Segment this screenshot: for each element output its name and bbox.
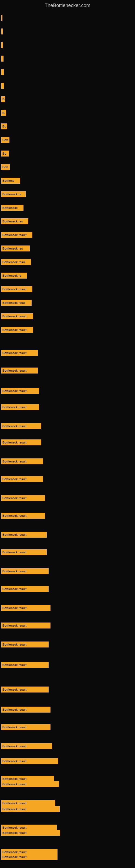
bar-42: Bottleneck result (1, 686, 49, 692)
bar-row-22: Bottleneck result (1, 313, 33, 319)
bar-0 (1, 15, 2, 21)
bar-row-39: Bottleneck result (1, 622, 50, 628)
bar-18: Bottleneck resul (1, 259, 31, 265)
bar-row-17: Bottleneck res (1, 246, 30, 251)
bar-3 (1, 56, 3, 62)
bar-row-5 (1, 83, 4, 89)
bar-13: Bottleneck re (1, 191, 26, 197)
bar-row-25: Bottleneck result (1, 368, 38, 373)
bar-23: Bottleneck result (1, 327, 33, 333)
bar-row-44: Bottleneck result (1, 724, 50, 730)
bar-row-16: Bottleneck result (1, 232, 32, 238)
bar-label-12: Bottlene (2, 179, 14, 182)
bar-row-18: Bottleneck resul (1, 259, 31, 265)
bar-35: Bottleneck result (1, 549, 47, 555)
bar-1 (1, 29, 3, 34)
bar-row-30: Bottleneck result (1, 458, 43, 464)
bar-label-32: Bottleneck result (2, 496, 27, 500)
bar-row-28: Bottleneck result (1, 423, 41, 429)
bar-label-21: Bottleneck resul (2, 301, 26, 304)
bar-44: Bottleneck result (1, 724, 50, 730)
bar-label-14: Bottleneck (2, 206, 17, 209)
bar-36: Bottleneck result (1, 568, 49, 574)
bar-row-13: Bottleneck re (1, 191, 26, 197)
bar-row-46: Bottleneck result (1, 758, 58, 764)
bar-row-52: Bottleneck result (1, 830, 60, 836)
bar-7: B (1, 110, 6, 116)
bar-row-3 (1, 56, 3, 62)
bar-6: B (1, 96, 5, 102)
bar-32: Bottleneck result (1, 495, 45, 501)
bar-34: Bottleneck result (1, 532, 47, 538)
bar-41: Bottleneck result (1, 662, 49, 668)
bar-40: Bottleneck result (1, 642, 49, 648)
bar-row-54: Bottleneck result (1, 854, 57, 860)
bar-label-8: Bo (2, 125, 6, 128)
bar-43: Bottleneck result (1, 707, 50, 713)
bar-21: Bottleneck resul (1, 300, 32, 306)
bar-37: Bottleneck result (1, 586, 49, 592)
bar-row-50: Bottleneck result (1, 806, 60, 812)
bar-row-10: Bo (1, 151, 9, 156)
bar-label-26: Bottleneck result (2, 389, 27, 393)
bar-46: Bottleneck result (1, 758, 58, 764)
bar-row-49: Bottleneck result (1, 800, 55, 806)
bar-row-12: Bottlene (1, 178, 20, 184)
bar-row-26: Bottleneck result (1, 388, 39, 394)
bar-row-27: Bottleneck result (1, 404, 39, 410)
bar-22: Bottleneck result (1, 313, 33, 319)
bar-label-49: Bottleneck result (2, 802, 27, 805)
bar-label-7: B (2, 111, 5, 115)
bar-label-34: Bottleneck result (2, 533, 27, 536)
bar-label-45: Bottleneck result (2, 745, 27, 748)
bar-label-36: Bottleneck result (2, 569, 27, 573)
bar-row-0 (1, 15, 2, 21)
bar-label-42: Bottleneck result (2, 688, 27, 691)
bar-row-45: Bottleneck result (1, 743, 52, 749)
bar-29: Bottleneck result (1, 439, 41, 445)
bar-label-19: Bottleneck re (2, 274, 21, 277)
bar-label-53: Bottleneck result (2, 850, 27, 854)
bar-row-29: Bottleneck result (1, 439, 41, 445)
bar-label-31: Bottleneck result (2, 477, 27, 480)
bar-26: Bottleneck result (1, 388, 39, 394)
bar-10: Bo (1, 151, 9, 156)
bar-label-40: Bottleneck result (2, 643, 27, 646)
bar-52: Bottleneck result (1, 830, 60, 836)
bar-row-42: Bottleneck result (1, 686, 49, 692)
bar-label-44: Bottleneck result (2, 725, 27, 729)
bar-row-11: Bott (1, 164, 10, 170)
chart-area: TheBottlenecker.com BBBoBottBoBottBottle… (0, 0, 135, 868)
bar-label-17: Bottleneck res (2, 247, 23, 250)
bar-label-37: Bottleneck result (2, 587, 27, 590)
bar-25: Bottleneck result (1, 368, 38, 373)
bar-row-20: Bottleneck result (1, 286, 32, 292)
bar-row-23: Bottleneck result (1, 327, 33, 333)
bar-label-13: Bottleneck re (2, 193, 21, 196)
bar-row-41: Bottleneck result (1, 662, 49, 668)
bar-row-48: Bottleneck result (1, 781, 59, 787)
bar-row-24: Bottleneck result (1, 350, 38, 356)
bar-row-34: Bottleneck result (1, 532, 47, 538)
bar-24: Bottleneck result (1, 350, 38, 356)
bar-label-15: Bottleneck res (2, 220, 23, 223)
bar-row-1 (1, 29, 3, 34)
bar-19: Bottleneck re (1, 273, 27, 279)
bar-label-33: Bottleneck result (2, 514, 27, 517)
bar-label-23: Bottleneck result (2, 328, 27, 332)
bar-49: Bottleneck result (1, 800, 55, 806)
bar-label-28: Bottleneck result (2, 425, 27, 428)
bar-label-22: Bottleneck result (2, 315, 27, 318)
bar-label-52: Bottleneck result (2, 831, 27, 834)
bar-row-31: Bottleneck result (1, 476, 43, 482)
bar-label-27: Bottleneck result (2, 405, 27, 409)
bar-label-46: Bottleneck result (2, 760, 27, 763)
bar-28: Bottleneck result (1, 423, 41, 429)
bar-label-30: Bottleneck result (2, 460, 27, 463)
bar-label-47: Bottleneck result (2, 777, 27, 780)
bar-54: Bottleneck result (1, 854, 57, 860)
bar-label-6: B (2, 98, 5, 101)
bar-row-14: Bottleneck (1, 205, 24, 211)
bar-row-40: Bottleneck result (1, 642, 49, 648)
bar-row-35: Bottleneck result (1, 549, 47, 555)
